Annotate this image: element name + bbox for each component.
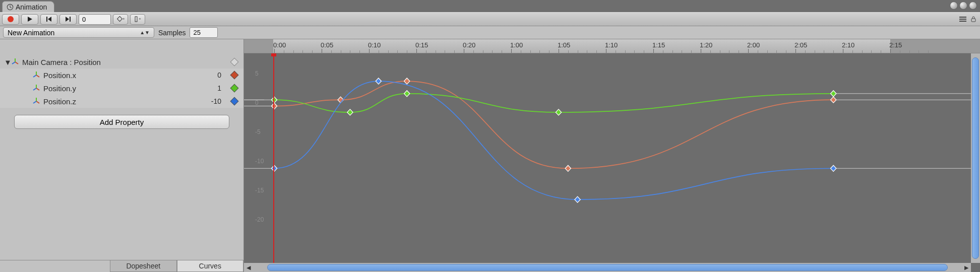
hscroll-thumb[interactable] (267, 264, 948, 271)
property-row-z[interactable]: Position.z -10 (0, 95, 243, 108)
curve-Position.y[interactable] (274, 94, 833, 112)
time-ruler[interactable]: 0:000:050:100:150:201:001:051:101:151:20… (244, 39, 980, 53)
record-button[interactable] (2, 14, 19, 25)
transform-icon (32, 97, 40, 105)
key-indicator-icon[interactable] (230, 71, 239, 80)
curve-canvas[interactable]: 50-5-10-15-20 (244, 53, 971, 263)
ruler-tick-label: 0:00 (273, 41, 286, 49)
vscroll-thumb[interactable] (972, 57, 979, 259)
keyframe[interactable] (347, 109, 353, 115)
property-value[interactable]: 1 (191, 84, 221, 92)
ruler-shade-right (890, 39, 980, 53)
keyframe[interactable] (404, 91, 410, 97)
keyframe[interactable] (404, 78, 410, 84)
ruler-tick-label: 1:00 (510, 41, 523, 49)
ruler-tick-minor (815, 50, 815, 53)
context-menu-icon[interactable] (959, 16, 967, 23)
keyframe[interactable] (376, 78, 381, 84)
vertical-scrollbar[interactable] (971, 53, 980, 263)
clock-icon (7, 4, 14, 11)
window-button-1[interactable] (950, 2, 958, 10)
current-frame-input[interactable] (79, 14, 111, 25)
keyframe[interactable] (556, 109, 561, 115)
ruler-tick-minor (331, 50, 332, 53)
ruler-shade-left (244, 39, 273, 53)
svg-rect-7 (959, 17, 966, 18)
ruler-tick-minor (454, 50, 455, 53)
ruler-tick-minor (530, 50, 531, 53)
ruler-tick-minor (909, 50, 910, 53)
ruler-tick-label: 2:10 (842, 41, 854, 49)
ruler-tick-minor (492, 50, 493, 53)
keyframe[interactable] (831, 165, 836, 171)
hscroll-left-arrow[interactable]: ◀ (244, 263, 253, 272)
ruler-tick-minor (293, 50, 294, 53)
ruler-tick (416, 49, 417, 53)
add-keyframe-icon: + (116, 16, 125, 23)
curve-Position.z[interactable] (274, 81, 833, 199)
dropdown-icon: ▲▼ (140, 30, 150, 35)
playhead[interactable] (273, 53, 274, 263)
ruler-tick-minor (341, 50, 341, 53)
window-button-3[interactable] (969, 2, 977, 10)
key-indicator-icon[interactable] (230, 58, 239, 66)
lock-icon[interactable] (970, 16, 977, 23)
y-axis-label: -20 (255, 216, 264, 223)
ruler-tick-minor (312, 50, 313, 53)
ruler-tick-minor (436, 50, 436, 53)
keyframe[interactable] (831, 97, 836, 103)
ruler-tick-label: 0:20 (463, 41, 475, 49)
keyframe[interactable] (271, 103, 277, 109)
ruler-tick-minor (720, 50, 720, 53)
ruler-tick-minor (644, 50, 644, 53)
clip-selector[interactable]: New Animation ▲▼ (3, 27, 154, 38)
tab-bar: Animation (0, 0, 980, 12)
property-value[interactable]: 0 (191, 71, 221, 79)
property-row-y[interactable]: Position.y 1 (0, 82, 243, 95)
ruler-tick-minor (616, 50, 616, 53)
ruler-tick-minor (407, 50, 407, 53)
play-button[interactable] (21, 14, 38, 25)
curve-Position.x[interactable] (274, 81, 833, 168)
ruler-tick-label: 2:00 (747, 41, 760, 49)
hscroll-track[interactable] (253, 263, 962, 272)
ruler-tick-minor (871, 50, 872, 53)
keyframe[interactable] (271, 165, 277, 171)
ruler-tick-minor (824, 50, 824, 53)
key-indicator-icon[interactable] (230, 97, 239, 106)
samples-input[interactable] (190, 27, 218, 38)
tab-curves[interactable]: Curves (177, 260, 244, 272)
ruler-tick (748, 49, 749, 53)
keyframe[interactable] (565, 165, 571, 171)
keyframe[interactable] (271, 97, 277, 103)
ruler-tick (843, 49, 843, 53)
horizontal-scrollbar[interactable]: ◀ ▶ (244, 263, 971, 272)
property-parent-row[interactable]: ▼ Main Camera : Position (0, 55, 243, 69)
animation-tab[interactable]: Animation (2, 1, 54, 12)
main-split: ▼ Main Camera : Position Position.x 0 Po… (0, 39, 980, 272)
keyframe[interactable] (575, 196, 580, 202)
property-parent-label: Main Camera : Position (22, 58, 231, 66)
curves-svg (244, 53, 971, 263)
play-icon (27, 16, 33, 22)
tab-dopesheet[interactable]: Dopesheet (110, 260, 177, 272)
next-key-button[interactable] (59, 14, 77, 25)
svg-text:+: + (139, 17, 141, 21)
key-indicator-icon[interactable] (230, 84, 239, 93)
window-button-2[interactable] (959, 2, 967, 10)
ruler-tick-minor (767, 50, 768, 53)
property-value[interactable]: -10 (191, 97, 221, 105)
add-property-button[interactable]: Add Property (14, 115, 229, 129)
add-keyframe-button[interactable]: + (113, 14, 128, 25)
ruler-tick-minor (900, 50, 900, 53)
keyframe[interactable] (831, 91, 836, 97)
prev-key-button[interactable] (40, 14, 57, 25)
foldout-icon[interactable]: ▼ (4, 58, 10, 66)
add-event-button[interactable]: + (130, 14, 145, 25)
ruler-tick-minor (426, 50, 426, 53)
ruler-tick-minor (918, 50, 919, 53)
property-row-x[interactable]: Position.x 0 (0, 69, 243, 82)
ruler-tick-minor (862, 50, 863, 53)
ruler-tick-minor (625, 50, 626, 53)
hscroll-right-arrow[interactable]: ▶ (962, 263, 971, 272)
